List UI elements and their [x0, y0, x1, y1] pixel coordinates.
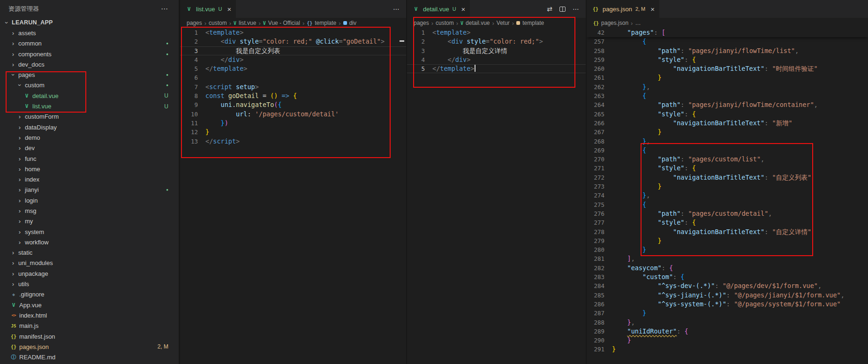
code-line: 3 我是自定义列表	[180, 46, 406, 55]
file-tree: ›LEARUN_APP›assets›common●›components●›d…	[0, 17, 179, 364]
tree-item-msg[interactable]: ›msg	[0, 205, 179, 216]
more-actions-icon[interactable]: ⋯	[573, 5, 579, 13]
tree-item-label: dev	[23, 144, 35, 152]
tree-item-uni-modules[interactable]: ›uni_modules	[0, 258, 179, 268]
tree-item-login[interactable]: ›login	[0, 195, 179, 205]
tree-item-list-vue[interactable]: Vlist.vueU	[0, 101, 179, 111]
git-changes-dot: ●	[166, 73, 168, 77]
tree-item-manifest-json[interactable]: {}manifest.json	[0, 331, 179, 341]
tree-item-common[interactable]: ›common●	[0, 38, 179, 49]
line-number: 286	[587, 300, 612, 309]
breadcrumb-item[interactable]: custom	[436, 20, 454, 26]
tree-item-custom[interactable]: ›custom●	[0, 80, 179, 91]
tree-item-workflow[interactable]: ›workflow	[0, 237, 179, 247]
tab-list-vue[interactable]: V list.vue U ×	[180, 0, 236, 18]
git-status-badge: U	[218, 6, 222, 12]
breadcrumb-item[interactable]: pages.json	[601, 20, 628, 26]
breadcrumb-item[interactable]: custom	[209, 20, 227, 26]
tree-item-assets[interactable]: ›assets	[0, 28, 179, 38]
close-icon[interactable]: ×	[461, 6, 466, 13]
tree-item-static[interactable]: ›static	[0, 248, 179, 258]
line-number: 265	[587, 110, 612, 119]
code-line: 259 "style": {	[587, 55, 868, 64]
line-number: 276	[587, 209, 612, 218]
code-line: 4 </div>	[407, 55, 586, 64]
tree-item-app-vue[interactable]: VApp.vue	[0, 300, 179, 310]
symbol-icon	[343, 21, 347, 25]
chevron-down-icon: ›	[16, 82, 23, 89]
git-status-badge: 2, M	[158, 343, 168, 350]
tree-item-pages-json[interactable]: {}pages.json2, M	[0, 341, 179, 352]
breadcrumb-item[interactable]: pages	[187, 20, 202, 26]
tree-item-dev-docs[interactable]: ›dev_docs	[0, 59, 179, 69]
code-editor-pages-json[interactable]: 42 "pages": [257 {258 "path": "pages/jia…	[587, 28, 868, 364]
tree-item-index[interactable]: ›index	[0, 174, 179, 184]
tree-item-index-html[interactable]: <>index.html	[0, 310, 179, 320]
code-editor-detail-vue[interactable]: 1<template>2 <div style="color: red;">3 …	[407, 28, 586, 364]
breadcrumb-item[interactable]: …	[635, 20, 641, 26]
chevron-right-icon: ›	[16, 124, 23, 131]
line-number: 273	[587, 182, 612, 191]
tree-item-jianyi[interactable]: ›jianyi●	[0, 185, 179, 195]
breadcrumb-separator: ›	[456, 20, 458, 27]
tree-item-func[interactable]: ›func	[0, 153, 179, 164]
tab-detail-vue[interactable]: V detail.vue U ×	[407, 0, 470, 18]
tree-item-my[interactable]: ›my	[0, 216, 179, 227]
tree-item-unpackage[interactable]: ›unpackage	[0, 268, 179, 279]
tab-label: pages.json	[603, 6, 632, 13]
line-number: 268	[587, 137, 612, 146]
close-icon[interactable]: ×	[227, 6, 231, 13]
breadcrumb-separator: ›	[512, 20, 514, 27]
tree-item-label: detail.vue	[31, 92, 59, 99]
more-actions-icon[interactable]: ⋯	[161, 5, 168, 13]
line-number: 267	[587, 128, 612, 136]
json-icon: {}	[593, 21, 599, 26]
breadcrumb-item[interactable]: Vue - Official	[268, 20, 300, 26]
tree-item-utils[interactable]: ›utils	[0, 279, 179, 289]
code-line: 5</template>	[180, 64, 406, 73]
tree-item-learun-app[interactable]: ›LEARUN_APP	[0, 17, 179, 28]
chevron-right-icon: ›	[16, 176, 23, 183]
tree-item-readme-md[interactable]: ⓘREADME.md	[0, 352, 179, 363]
line-number: 1	[407, 28, 432, 37]
tree-item-system[interactable]: ›system	[0, 227, 179, 237]
breadcrumb-item[interactable]: pages	[414, 20, 429, 26]
line-number: 264	[587, 100, 612, 109]
code-line: 279 }	[587, 236, 868, 245]
code-line: 271 "style": {	[587, 164, 868, 173]
line-number: 5	[407, 64, 432, 73]
tab-label: detail.vue	[423, 6, 449, 13]
tab-pages-json[interactable]: {} pages.json 2, M ×	[587, 0, 660, 18]
tree-item-main-js[interactable]: JSmain.js	[0, 321, 179, 331]
line-number: 259	[587, 55, 612, 64]
code-line: 9 uni.navigateTo({	[180, 100, 406, 109]
breadcrumb-item[interactable]: detail.vue	[466, 20, 490, 26]
code-line: 10 url: '/pages/custom/detail'	[180, 110, 406, 119]
more-actions-icon[interactable]: ⋯	[393, 5, 400, 13]
tree-item-gitignore[interactable]: ◆.gitignore	[0, 289, 179, 300]
tree-item-detail-vue[interactable]: Vdetail.vueU	[0, 91, 179, 101]
code-editor-list-vue[interactable]: 1<template>2 <div style="color: red;" @c…	[180, 28, 406, 364]
tree-item-components[interactable]: ›components●	[0, 49, 179, 59]
tree-item-home[interactable]: ›home	[0, 164, 179, 174]
breadcrumb-item[interactable]: list.vue	[239, 20, 256, 26]
breadcrumb-item[interactable]: div	[349, 20, 356, 26]
tree-item-pages[interactable]: ›pages●	[0, 69, 179, 80]
split-editor-icon[interactable]	[559, 7, 566, 12]
tree-item-dev[interactable]: ›dev	[0, 143, 179, 153]
open-changes-icon[interactable]: ⇄	[547, 5, 552, 13]
chevron-right-icon: ›	[9, 51, 17, 58]
code-line: 286 "^sys-system-(.*)": "@/pages/system/…	[587, 300, 868, 309]
tree-item-datadisplay[interactable]: ›dataDisplay	[0, 122, 179, 132]
close-icon[interactable]: ×	[650, 6, 655, 13]
tree-item-demo[interactable]: ›demo	[0, 132, 179, 143]
line-number: 279	[587, 236, 612, 245]
breadcrumb-item[interactable]: template	[315, 20, 336, 26]
code-line: 11 })	[180, 119, 406, 128]
breadcrumb-item[interactable]: template	[522, 20, 544, 26]
line-number: 4	[180, 55, 205, 64]
editor-group-detail-vue: V detail.vue U × ⇄ ⋯ pages›custom›Vdetai…	[406, 0, 586, 364]
breadcrumb-item[interactable]: Vetur	[497, 20, 510, 26]
git-file-icon: ◆	[9, 292, 18, 297]
tree-item-customform[interactable]: ›customForm	[0, 112, 179, 122]
